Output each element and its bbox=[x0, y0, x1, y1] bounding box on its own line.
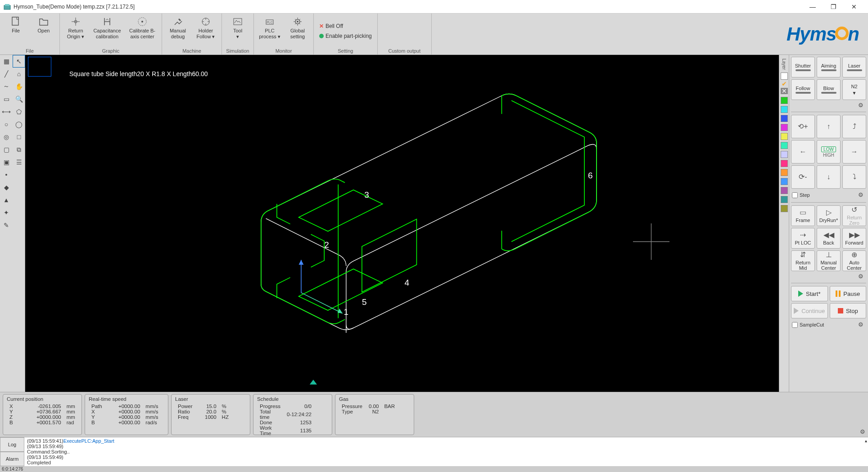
pen-icon[interactable]: ✎ bbox=[0, 219, 12, 231]
zoom-icon[interactable]: 🔍 bbox=[13, 93, 25, 105]
layer-swatch[interactable] bbox=[781, 151, 788, 158]
follow-button[interactable]: Follow bbox=[791, 79, 815, 100]
samplecut-checkbox[interactable] bbox=[792, 322, 798, 328]
rewind-icon: ◀◀ bbox=[823, 231, 834, 239]
holder-follow-button[interactable]: Holder Follow ▾ bbox=[192, 14, 220, 41]
layer-swatch[interactable] bbox=[781, 115, 788, 122]
layer-swatch[interactable] bbox=[781, 73, 788, 80]
stop-button[interactable]: Stop bbox=[830, 303, 867, 318]
node-icon[interactable]: ⌂ bbox=[13, 68, 25, 80]
step-checkbox[interactable] bbox=[792, 192, 798, 198]
manual-debug-button[interactable]: Manual debug bbox=[164, 14, 192, 41]
jog-right-button[interactable]: → bbox=[842, 140, 866, 163]
square-icon[interactable]: □ bbox=[13, 131, 25, 143]
continue-button[interactable]: Continue bbox=[791, 303, 828, 318]
check-icon[interactable]: ✔ bbox=[782, 81, 787, 87]
capacitance-cal-button[interactable]: Capacitance calibration bbox=[90, 14, 125, 41]
rotate-cw-button[interactable]: ⟳- bbox=[791, 165, 815, 189]
curve-icon[interactable]: ～ bbox=[0, 81, 12, 92]
gear-icon[interactable]: ⚙ bbox=[858, 321, 865, 328]
auto-center-button[interactable]: ⊕Auto Center bbox=[842, 250, 866, 271]
gear-icon[interactable]: ⚙ bbox=[858, 102, 865, 109]
aiming-button[interactable]: Aiming bbox=[817, 57, 841, 77]
hand-icon[interactable]: ✋ bbox=[13, 81, 25, 92]
stack-icon[interactable]: ☰ bbox=[13, 156, 25, 168]
speed-toggle-button[interactable]: LOWHIGH bbox=[817, 140, 841, 163]
return-zero-button[interactable]: ↺Return Zero bbox=[842, 205, 866, 226]
jog-down-button[interactable]: ↓ bbox=[817, 165, 841, 189]
layer-swatch[interactable] bbox=[781, 106, 788, 113]
cursor-icon[interactable]: ↖ bbox=[13, 55, 25, 67]
global-setting-button[interactable]: Global setting bbox=[284, 14, 312, 41]
frame-button[interactable]: ▭Frame bbox=[791, 205, 815, 226]
canvas-viewport[interactable]: Square tube Side length20 X R1.8 X Lengt… bbox=[25, 55, 779, 392]
point-icon[interactable]: ✦ bbox=[0, 207, 12, 218]
return-mid-button[interactable]: ⇵Return Mid bbox=[791, 250, 815, 271]
multi-icon[interactable]: ▣ bbox=[0, 156, 12, 168]
flame-icon[interactable]: ▲ bbox=[0, 194, 12, 206]
x-icon[interactable]: ✕ bbox=[781, 88, 788, 94]
target-icon[interactable]: ◎ bbox=[0, 131, 12, 143]
bell-off-toggle[interactable]: ✕ Bell Off bbox=[316, 21, 347, 31]
pause-button[interactable]: Pause bbox=[830, 286, 867, 301]
dim-icon[interactable]: ⟷ bbox=[0, 106, 12, 118]
log-content[interactable]: ▴ (09/13 15:59:41)ExecutePLC:App_Start(0… bbox=[24, 437, 868, 466]
n2-button[interactable]: N2▼ bbox=[842, 79, 866, 100]
tab-alarm[interactable]: Alarm bbox=[0, 452, 24, 466]
minimize-button[interactable]: — bbox=[802, 0, 823, 14]
part-picking-toggle[interactable]: Enable part-picking bbox=[316, 31, 375, 41]
layer-swatch[interactable] bbox=[781, 205, 788, 212]
blow-button[interactable]: Blow bbox=[817, 79, 841, 100]
calibrate-b-button[interactable]: Calibrate B-axis center bbox=[125, 14, 160, 41]
gear-icon[interactable]: ⚙ bbox=[858, 273, 865, 280]
layer-swatch[interactable] bbox=[781, 124, 788, 131]
maximize-button[interactable]: ❐ bbox=[823, 0, 844, 14]
rotate-ccw-button[interactable]: ⟲+ bbox=[791, 115, 815, 138]
rect-icon[interactable]: ▭ bbox=[0, 93, 12, 105]
open-button[interactable]: Open bbox=[30, 14, 58, 41]
svg-point-11 bbox=[297, 21, 298, 23]
gear-icon bbox=[291, 16, 304, 27]
layer-swatch[interactable] bbox=[781, 187, 788, 194]
z-up-icon: ⤴ bbox=[853, 123, 856, 131]
z-up-button[interactable]: ⤴ bbox=[842, 115, 866, 138]
samplecut-label: SampleCut bbox=[800, 322, 824, 327]
z-down-button[interactable]: ⤵ bbox=[842, 165, 866, 189]
shutter-button[interactable]: Shutter bbox=[791, 57, 815, 77]
forward-button[interactable]: ▶▶Forward bbox=[842, 228, 866, 249]
layer-swatch[interactable] bbox=[781, 97, 788, 104]
copy-icon[interactable]: ⧉ bbox=[13, 144, 25, 155]
ptloc-button[interactable]: ⇢Pt LOC bbox=[791, 228, 815, 249]
manual-center-button[interactable]: ⊥Manual Center bbox=[817, 250, 841, 271]
ring-icon[interactable]: ◯ bbox=[13, 118, 25, 130]
return-origin-button[interactable]: Return Origin ▾ bbox=[62, 14, 90, 41]
layer-swatch[interactable] bbox=[781, 169, 788, 176]
box-icon[interactable]: ▢ bbox=[0, 144, 12, 155]
layer-swatch[interactable] bbox=[781, 133, 788, 140]
layer-swatch[interactable] bbox=[781, 178, 788, 185]
tool-button[interactable]: Tool▾ bbox=[224, 14, 252, 41]
tab-log[interactable]: Log bbox=[0, 437, 24, 452]
circle-icon[interactable]: ○ bbox=[0, 118, 12, 130]
poly-icon[interactable]: ⬠ bbox=[13, 106, 25, 118]
gear-icon[interactable]: ⚙ bbox=[858, 191, 865, 199]
layer-swatch[interactable] bbox=[781, 160, 788, 167]
start-button[interactable]: Start* bbox=[791, 286, 828, 301]
jog-up-button[interactable]: ↑ bbox=[817, 115, 841, 138]
layer-swatch[interactable] bbox=[781, 142, 788, 149]
plc-process-button[interactable]: PLC PLC process ▾ bbox=[256, 14, 284, 41]
layer-swatch[interactable] bbox=[781, 196, 788, 203]
close-button[interactable]: ✕ bbox=[844, 0, 864, 14]
svg-text:1: 1 bbox=[344, 307, 348, 316]
back-button[interactable]: ◀◀Back bbox=[817, 228, 841, 249]
line-icon[interactable]: ╱ bbox=[0, 68, 12, 80]
laser-button[interactable]: Laser bbox=[842, 57, 866, 77]
drop-icon[interactable]: ◆ bbox=[0, 182, 12, 193]
scroll-up-icon[interactable]: ▴ bbox=[865, 438, 867, 443]
grid-icon[interactable]: ▦ bbox=[0, 55, 12, 67]
file-button[interactable]: File bbox=[2, 14, 30, 41]
jog-left-button[interactable]: ← bbox=[791, 140, 815, 163]
dot-icon[interactable]: • bbox=[0, 169, 12, 181]
dryrun-button[interactable]: ▷DryRun* bbox=[817, 205, 841, 226]
gear-icon[interactable]: ⚙ bbox=[860, 428, 865, 435]
